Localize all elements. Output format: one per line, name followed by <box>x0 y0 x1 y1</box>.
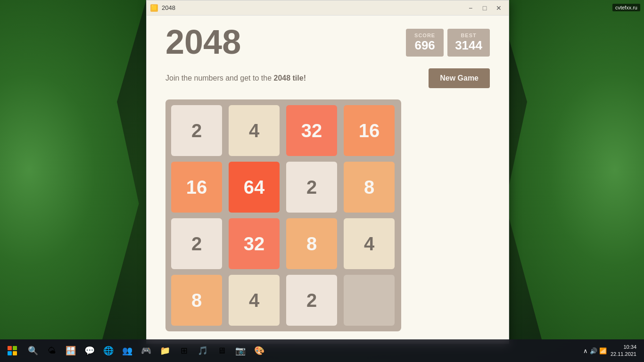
leaf-decoration-right <box>498 0 644 339</box>
window-controls: − □ ✕ <box>464 3 505 13</box>
tile-4: 16 <box>171 162 222 213</box>
best-value: 3144 <box>455 38 482 53</box>
game-grid: 24321616642823284842 <box>171 105 396 326</box>
volume-icon[interactable]: 🔊 <box>590 347 597 354</box>
tile-12: 8 <box>171 275 222 326</box>
game-content: 2048 SCORE 696 BEST 3144 Join the number… <box>147 16 509 344</box>
new-game-button[interactable]: New Game <box>429 68 490 88</box>
app-icon: 🟨 <box>150 4 158 12</box>
maximize-button[interactable]: □ <box>479 3 491 13</box>
photos-icon[interactable]: 📷 <box>232 342 249 359</box>
spotify-icon[interactable]: 🎵 <box>194 342 211 359</box>
score-label: SCORE <box>413 33 436 38</box>
network-icon[interactable]: 📶 <box>599 347 607 354</box>
tile-6: 2 <box>286 162 337 213</box>
sys-icons: ∧ 🔊 📶 <box>583 347 607 354</box>
browser-icon[interactable]: 🌐 <box>100 342 117 359</box>
clock-time: 10:34 <box>611 344 636 351</box>
gamepass-icon[interactable]: 🎮 <box>138 342 155 359</box>
start-button[interactable] <box>4 342 21 359</box>
tile-10: 8 <box>286 218 337 269</box>
taskbar-icons: 🔍 🌤 🪟 💬 🌐 👥 🎮 📁 ⊞ 🎵 🖥 📷 🎨 <box>25 342 583 359</box>
search-taskbar-icon[interactable]: 🔍 <box>25 342 41 359</box>
teams-icon[interactable]: 👥 <box>119 342 136 359</box>
tile-7: 8 <box>344 162 395 213</box>
tile-1: 4 <box>229 105 280 156</box>
subtitle-row: Join the numbers and get to the 2048 til… <box>165 68 490 88</box>
tile-8: 2 <box>171 218 222 269</box>
store-icon[interactable]: 🪟 <box>62 342 79 359</box>
tile-15 <box>344 275 395 326</box>
game-grid-container: 24321616642823284842 <box>165 99 401 331</box>
tile-0: 2 <box>171 105 222 156</box>
chevron-up-icon[interactable]: ∧ <box>583 347 588 354</box>
tile-3: 16 <box>344 105 395 156</box>
minimize-button[interactable]: − <box>464 3 477 13</box>
window-title: 2048 <box>162 4 464 11</box>
tile-14: 2 <box>286 275 337 326</box>
game-header: 2048 SCORE 696 BEST 3144 <box>165 25 490 59</box>
score-value: 696 <box>413 38 436 53</box>
close-button[interactable]: ✕ <box>493 3 505 13</box>
paint-icon[interactable]: 🎨 <box>251 342 268 359</box>
widgets-icon[interactable]: 🌤 <box>43 342 60 359</box>
tile-11: 4 <box>344 218 395 269</box>
subtitle-text: Join the numbers and get to the 2048 til… <box>165 74 306 82</box>
taskbar-right: ∧ 🔊 📶 10:34 22.11.2021 <box>583 344 640 358</box>
tile-13: 4 <box>229 275 280 326</box>
taskbar: 🔍 🌤 🪟 💬 🌐 👥 🎮 📁 ⊞ 🎵 🖥 📷 🎨 ∧ 🔊 📶 10:34 22… <box>0 339 644 362</box>
windows-logo <box>8 346 17 355</box>
messages-icon[interactable]: 💬 <box>81 342 98 359</box>
explorer-icon[interactable]: 📁 <box>157 342 173 359</box>
app-window: 🟨 2048 − □ ✕ 2048 SCORE 696 BEST 3144 <box>146 0 509 344</box>
tile-9: 32 <box>229 218 280 269</box>
best-score-box: BEST 3144 <box>447 29 490 57</box>
leaf-decoration-left <box>0 0 146 339</box>
game-title: 2048 <box>165 25 241 59</box>
score-area: SCORE 696 BEST 3144 <box>406 25 490 57</box>
winget-icon[interactable]: ⊞ <box>175 342 192 359</box>
window-body: 2048 SCORE 696 BEST 3144 Join the number… <box>147 16 509 344</box>
title-bar: 🟨 2048 − □ ✕ <box>147 0 509 16</box>
score-box: SCORE 696 <box>406 29 444 57</box>
screen-icon[interactable]: 🖥 <box>213 342 230 359</box>
clock-date: 22.11.2021 <box>611 351 636 358</box>
cvtefxx-badge: cvtefxx.ru <box>612 4 640 11</box>
tile-2: 32 <box>286 105 337 156</box>
system-clock[interactable]: 10:34 22.11.2021 <box>611 344 636 358</box>
tile-5: 64 <box>229 162 280 213</box>
best-label: BEST <box>455 33 482 38</box>
